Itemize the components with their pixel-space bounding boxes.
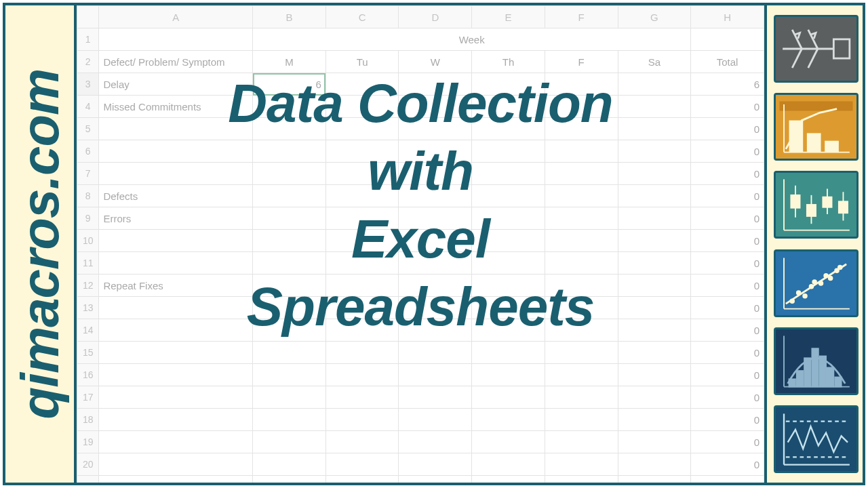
cell[interactable]	[99, 163, 253, 185]
cell[interactable]	[618, 73, 691, 96]
cell[interactable]	[618, 386, 691, 409]
cell[interactable]	[326, 297, 399, 319]
cell[interactable]	[472, 118, 545, 140]
day-header[interactable]: M	[253, 51, 326, 73]
cell[interactable]	[399, 163, 472, 185]
cell[interactable]	[691, 28, 764, 51]
cell[interactable]	[545, 364, 618, 386]
cell[interactable]	[326, 118, 399, 140]
cell[interactable]	[618, 319, 691, 342]
cell[interactable]	[399, 185, 472, 207]
cell[interactable]	[253, 140, 326, 163]
cell[interactable]	[545, 252, 618, 274]
cell[interactable]	[545, 386, 618, 409]
cell[interactable]: 0	[691, 140, 764, 163]
cell[interactable]	[326, 207, 399, 230]
row-header[interactable]: 4	[77, 96, 99, 118]
row-header[interactable]: 20	[77, 453, 99, 476]
cell[interactable]	[472, 409, 545, 431]
cell[interactable]	[472, 431, 545, 453]
cell[interactable]	[99, 28, 253, 51]
cell[interactable]	[99, 386, 253, 409]
cell[interactable]: Defects	[99, 185, 253, 207]
cell[interactable]	[253, 342, 326, 364]
cell[interactable]: 0	[691, 207, 764, 230]
cell[interactable]	[472, 386, 545, 409]
cell[interactable]	[618, 453, 691, 476]
total-header[interactable]: Total	[691, 51, 764, 73]
cell[interactable]: Missed Commitments	[99, 96, 253, 118]
cell[interactable]: 0	[691, 297, 764, 319]
selected-cell[interactable]: 6	[253, 73, 326, 96]
cell[interactable]: 0	[691, 274, 764, 297]
cell[interactable]	[326, 96, 399, 118]
cell[interactable]	[472, 163, 545, 185]
cell[interactable]: 0	[691, 431, 764, 453]
cell[interactable]: 0	[691, 476, 764, 483]
cell[interactable]	[472, 96, 545, 118]
cell[interactable]	[545, 118, 618, 140]
cell[interactable]	[545, 409, 618, 431]
row-header[interactable]: 14	[77, 319, 99, 342]
cell[interactable]	[618, 118, 691, 140]
cell[interactable]	[545, 319, 618, 342]
cell[interactable]	[618, 252, 691, 274]
day-header[interactable]: F	[545, 51, 618, 73]
cell[interactable]	[618, 431, 691, 453]
cell[interactable]	[253, 319, 326, 342]
cell[interactable]	[253, 431, 326, 453]
cell[interactable]: 0	[691, 163, 764, 185]
cell[interactable]	[472, 140, 545, 163]
cell[interactable]	[99, 118, 253, 140]
cell[interactable]	[399, 364, 472, 386]
day-header[interactable]: W	[399, 51, 472, 73]
cell[interactable]	[545, 73, 618, 96]
cell[interactable]	[99, 252, 253, 274]
cell[interactable]: Repeat Fixes	[99, 274, 253, 297]
day-header[interactable]: Sa	[618, 51, 691, 73]
cell[interactable]	[399, 252, 472, 274]
cell[interactable]	[399, 297, 472, 319]
cell[interactable]	[99, 140, 253, 163]
cell[interactable]	[399, 386, 472, 409]
col-header-F[interactable]: F	[545, 6, 618, 28]
cell[interactable]	[399, 409, 472, 431]
cell[interactable]	[618, 163, 691, 185]
cell[interactable]	[99, 230, 253, 252]
cell[interactable]: 0	[472, 476, 545, 483]
cell[interactable]: 0	[691, 364, 764, 386]
cell[interactable]	[99, 319, 253, 342]
cell[interactable]: 0	[691, 386, 764, 409]
cell[interactable]: 0	[691, 409, 764, 431]
row-header[interactable]: 3	[77, 73, 99, 96]
cell[interactable]	[253, 163, 326, 185]
cell[interactable]	[399, 118, 472, 140]
cell[interactable]	[253, 409, 326, 431]
cell[interactable]	[472, 230, 545, 252]
cell[interactable]	[399, 73, 472, 96]
col-header-G[interactable]: G	[618, 6, 691, 28]
cell[interactable]	[253, 364, 326, 386]
cell[interactable]	[472, 274, 545, 297]
cell[interactable]: 0	[691, 185, 764, 207]
cell[interactable]	[545, 163, 618, 185]
cell[interactable]	[253, 185, 326, 207]
col-header-A[interactable]: A	[99, 6, 253, 28]
cell[interactable]	[472, 252, 545, 274]
row-header[interactable]: 17	[77, 386, 99, 409]
cell[interactable]	[472, 297, 545, 319]
row-header[interactable]: 2	[77, 51, 99, 73]
cell[interactable]	[545, 342, 618, 364]
cell[interactable]	[326, 140, 399, 163]
cell[interactable]	[545, 207, 618, 230]
row-header[interactable]: 9	[77, 207, 99, 230]
cell[interactable]	[99, 409, 253, 431]
cell[interactable]	[399, 207, 472, 230]
spreadsheet-grid[interactable]: A B C D E F G H 1 Week 2 Defect/	[77, 5, 764, 483]
cell[interactable]	[326, 364, 399, 386]
cell[interactable]: 0	[326, 476, 399, 483]
cell[interactable]	[399, 342, 472, 364]
cell[interactable]	[618, 342, 691, 364]
cell[interactable]	[326, 163, 399, 185]
cell[interactable]	[545, 185, 618, 207]
